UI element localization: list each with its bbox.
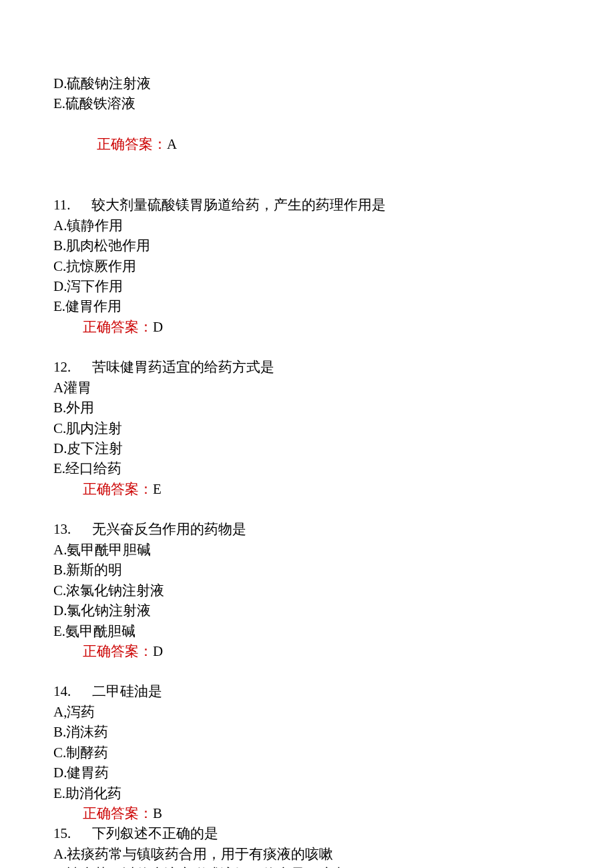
- option-line: A,泻药: [53, 702, 561, 722]
- answer-value: D: [153, 319, 163, 335]
- answer-label: 正确答案：: [83, 481, 153, 497]
- option-e: E.硫酸铁溶液: [53, 93, 561, 113]
- question-line: 13.无兴奋反刍作用的药物是: [53, 519, 561, 539]
- option-line: C.浓氯化钠注射液: [53, 580, 561, 600]
- option-line: C.肌内注射: [53, 418, 561, 438]
- option-line: D.健胃药: [53, 763, 561, 783]
- option-d: D.硫酸钠注射液: [53, 73, 561, 93]
- option-line: D.皮下注射: [53, 438, 561, 458]
- question-text: 下列叙述不正确的是: [92, 825, 218, 841]
- document-page: D.硫酸钠注射液 E.硫酸铁溶液 正确答案：A 11.较大剂量硫酸镁胃肠道给药，…: [0, 0, 614, 868]
- option-line: E.氨甲酰胆碱: [53, 621, 561, 641]
- questions-container: 11.较大剂量硫酸镁胃肠道给药，产生的药理作用是A.镇静作用B.肌肉松弛作用C.…: [53, 175, 561, 868]
- option-line: E.健胃作用: [53, 296, 561, 316]
- question-line: 11.较大剂量硫酸镁胃肠道给药，产生的药理作用是: [53, 195, 561, 215]
- answer-line: 正确答案：B: [53, 803, 561, 823]
- answer-label: 正确答案：: [97, 136, 167, 152]
- question-line: 14.二甲硅油是: [53, 681, 561, 701]
- answer-label: 正确答案：: [83, 805, 153, 821]
- option-line: A灌胃: [53, 378, 561, 398]
- option-line: A.氨甲酰甲胆碱: [53, 540, 561, 560]
- option-line: E.经口给药: [53, 458, 561, 478]
- question-line: 15.下列叙述不正确的是: [53, 823, 561, 843]
- question-line: 12.苦味健胃药适宜的给药方式是: [53, 357, 561, 377]
- question-number: 15.: [53, 825, 71, 841]
- blank-line: [53, 499, 561, 519]
- option-line: B.新斯的明: [53, 560, 561, 580]
- blank-line: [53, 661, 561, 681]
- answer-label: 正确答案：: [83, 643, 153, 659]
- question-text: 较大剂量硫酸镁胃肠道给药，产生的药理作用是: [91, 197, 386, 213]
- option-line: A.镇静作用: [53, 215, 561, 236]
- option-line: D.泻下作用: [53, 276, 561, 296]
- option-line: E.助消化药: [53, 783, 561, 803]
- answer-line: 正确答案：E: [53, 479, 561, 499]
- question-number: 14.: [53, 683, 71, 699]
- question-text: 无兴奋反刍作用的药物是: [92, 521, 246, 537]
- option-line: D.氯化钠注射液: [53, 600, 561, 620]
- question-number: 12.: [53, 359, 71, 375]
- question-text: 二甲硅油是: [92, 683, 162, 699]
- question-number: 13.: [53, 521, 71, 537]
- blank-line: [53, 175, 561, 195]
- answer-value: E: [153, 481, 162, 497]
- option-line: B.外用: [53, 398, 561, 418]
- answer-value: D: [153, 643, 163, 659]
- option-line: C.抗惊厥作用: [53, 256, 561, 276]
- blank-line: [53, 337, 561, 357]
- answer-line: 正确答案：D: [53, 317, 561, 337]
- option-line: A.祛痰药常与镇咳药合用，用于有痰液的咳嗽: [53, 844, 561, 864]
- option-line: B.祛痰药可以使痰液变稀或溶解，使痰易于咳出: [53, 864, 561, 868]
- option-line: B.消沫药: [53, 722, 561, 742]
- question-text: 苦味健胃药适宜的给药方式是: [92, 359, 274, 375]
- question-number: 11.: [53, 197, 70, 213]
- answer-line: 正确答案：D: [53, 641, 561, 661]
- option-line: B.肌肉松弛作用: [53, 236, 561, 256]
- answer-value: B: [153, 805, 162, 821]
- answer-label: 正确答案：: [83, 319, 153, 335]
- answer-value: A: [167, 136, 177, 152]
- answer-line: 正确答案：A: [53, 114, 561, 175]
- option-line: C.制酵药: [53, 743, 561, 763]
